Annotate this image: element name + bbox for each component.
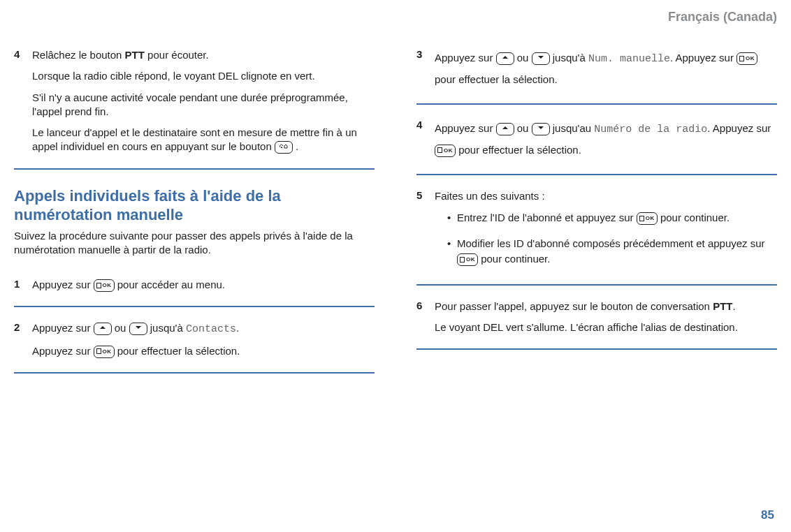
content-columns: 4 Relâchez le bouton PTT pour écouter. L… — [14, 37, 777, 374]
down-key-icon — [129, 323, 147, 335]
step-number: 5 — [416, 184, 435, 277]
list-item: Entrez l'ID de l'abonné et appuyez sur O… — [447, 210, 777, 226]
right-step-4: 4 Appuyez sur ou jusqu'au Numéro de la r… — [416, 108, 777, 175]
ok-key-icon: OK — [94, 346, 115, 358]
right-step-3: 3 Appuyez sur ou jusqu'à Num. manuelle. … — [416, 37, 777, 105]
step-body: Appuyez sur OK pour accéder au menu. — [32, 272, 375, 299]
up-key-icon — [496, 123, 514, 135]
step-body: Appuyez sur ou jusqu'à Num. manuelle. Ap… — [435, 43, 777, 96]
paragraph: Appuyez sur ou jusqu'à Num. manuelle. Ap… — [435, 48, 777, 89]
up-key-icon — [94, 323, 112, 335]
left-step-1: 1 Appuyez sur OK pour accéder au menu. — [14, 267, 375, 307]
step-body: Appuyez sur ou jusqu'au Numéro de la rad… — [435, 113, 777, 167]
right-step-5: 5 Faites un des suivants : Entrez l'ID d… — [416, 178, 777, 286]
section-intro: Suivez la procédure suivante pour passer… — [14, 229, 375, 258]
down-key-icon — [532, 52, 550, 65]
step-number: 1 — [14, 272, 32, 299]
paragraph: Lorsque la radio cible répond, le voyant… — [32, 69, 375, 83]
step-number: 6 — [416, 294, 435, 342]
paragraph: S'il n'y a aucune activité vocale pendan… — [32, 91, 375, 119]
step-body: Pour passer l'appel, appuyez sur le bout… — [435, 294, 777, 342]
step-body: Appuyez sur ou jusqu'à Contacts. Appuyez… — [32, 316, 375, 365]
page-number: 85 — [761, 508, 774, 522]
step-number: 2 — [14, 316, 32, 365]
paragraph: Pour passer l'appel, appuyez sur le bout… — [435, 300, 777, 313]
step-number: 4 — [416, 113, 435, 167]
paragraph: Le voyant DEL vert s'allume. L'écran aff… — [435, 320, 777, 334]
paragraph: Faites un des suivants : — [435, 189, 777, 203]
right-column: 3 Appuyez sur ou jusqu'à Num. manuelle. … — [416, 37, 777, 374]
list-item: Modifier les ID d'abonné composés précéd… — [447, 236, 777, 267]
left-column: 4 Relâchez le bouton PTT pour écouter. L… — [14, 37, 375, 374]
step-body: Faites un des suivants : Entrez l'ID de … — [435, 184, 777, 277]
ok-key-icon: OK — [736, 52, 757, 65]
down-key-icon — [532, 123, 550, 135]
paragraph: Appuyez sur ou jusqu'à Contacts. — [32, 321, 375, 337]
step-body: Relâchez le bouton PTT pour écouter. Lor… — [32, 43, 375, 161]
right-step-6: 6 Pour passer l'appel, appuyez sur le bo… — [416, 288, 777, 350]
section-title: Appels individuels faits à l'aide de la … — [14, 186, 375, 225]
left-step-4: 4 Relâchez le bouton PTT pour écouter. L… — [14, 37, 375, 170]
paragraph: Appuyez sur OK pour effectuer la sélecti… — [32, 344, 375, 358]
step-number: 3 — [416, 43, 435, 96]
home-key-icon — [275, 141, 293, 154]
ok-key-icon: OK — [637, 212, 658, 225]
left-step-2: 2 Appuyez sur ou jusqu'à Contacts. Appuy… — [14, 310, 375, 374]
up-key-icon — [496, 52, 514, 65]
ok-key-icon: OK — [435, 145, 456, 157]
paragraph: Relâchez le bouton PTT pour écouter. — [32, 48, 375, 62]
language-label: Français (Canada) — [668, 10, 777, 24]
language-header: Français (Canada) — [14, 7, 777, 37]
ok-key-icon: OK — [457, 253, 478, 266]
step-number: 4 — [14, 43, 32, 161]
paragraph: Appuyez sur ou jusqu'au Numéro de la rad… — [435, 119, 777, 160]
ok-key-icon: OK — [94, 279, 115, 292]
paragraph: Le lanceur d'appel et le destinataire so… — [32, 126, 375, 154]
paragraph: Appuyez sur OK pour accéder au menu. — [32, 278, 375, 292]
bullet-list: Entrez l'ID de l'abonné et appuyez sur O… — [435, 210, 777, 267]
document-page: Français (Canada) 4 Relâchez le bouton P… — [0, 0, 791, 532]
